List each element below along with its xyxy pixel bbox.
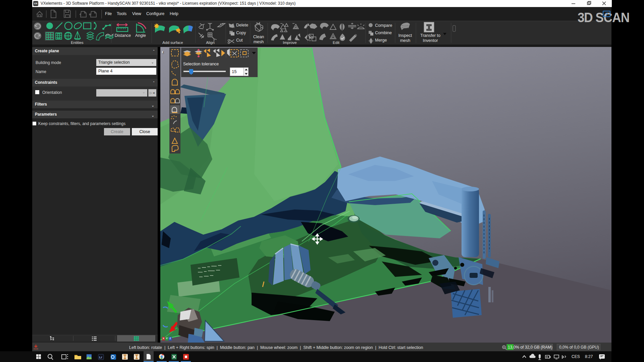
svg-text:CES: CES xyxy=(572,354,580,359)
svg-text:Inspect: Inspect xyxy=(398,33,412,38)
svg-text:8:27: 8:27 xyxy=(585,354,593,359)
svg-text:Copy: Copy xyxy=(236,31,246,35)
svg-text:Entities: Entities xyxy=(71,41,84,45)
svg-text:Transfer to: Transfer to xyxy=(420,33,440,38)
svg-text:Cut: Cut xyxy=(236,38,243,43)
svg-text:mesh: mesh xyxy=(400,38,411,43)
svg-text:Improve: Improve xyxy=(283,41,297,45)
svg-text:mesh: mesh xyxy=(254,40,264,44)
svg-text:Align: Align xyxy=(206,41,215,45)
svg-text:Inventor: Inventor xyxy=(423,38,438,43)
svg-text:Compare: Compare xyxy=(375,23,392,28)
svg-text:Delete: Delete xyxy=(236,23,248,27)
svg-text:Angle: Angle xyxy=(135,33,146,38)
svg-text:Distance: Distance xyxy=(115,33,131,38)
svg-text:Edit: Edit xyxy=(333,41,340,45)
svg-text:Clean: Clean xyxy=(253,35,264,39)
svg-text:Selection tolerance: Selection tolerance xyxy=(183,62,219,66)
svg-text:Combine: Combine xyxy=(375,31,392,35)
svg-text:Merge: Merge xyxy=(375,38,387,43)
svg-text:Add surface: Add surface xyxy=(162,41,183,45)
svg-text:Lr: Lr xyxy=(99,356,102,359)
